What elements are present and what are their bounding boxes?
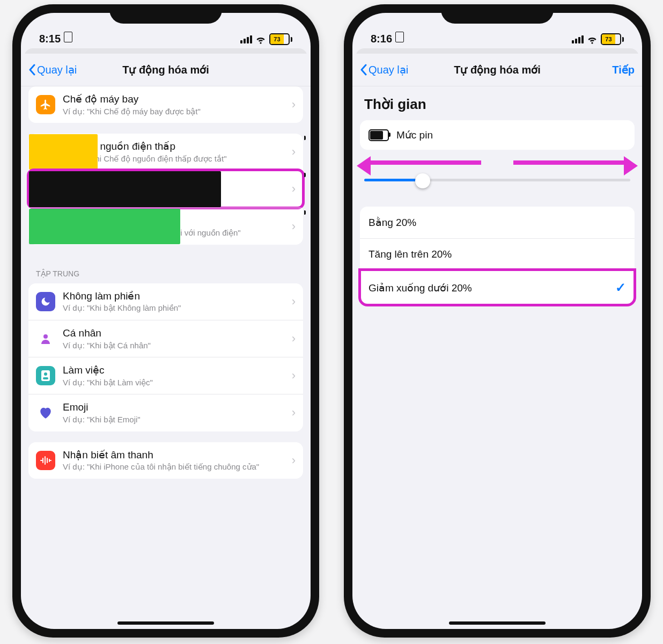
back-button[interactable]: Quay lại xyxy=(360,63,408,76)
option-label: Bằng 20% xyxy=(369,216,416,229)
row-charger[interactable]: Bộ sạcVí dụ: "Khi iPhone của tôi kết nối… xyxy=(28,208,303,245)
notch xyxy=(109,4,222,24)
arrow-right-icon xyxy=(513,160,630,165)
row-sound[interactable]: Nhận biết âm thanhVí dụ: "Khi iPhone của… xyxy=(28,442,303,479)
option-label: Giảm xuống dưới 20% xyxy=(369,282,472,294)
home-indicator[interactable] xyxy=(117,621,214,625)
slider-thumb[interactable] xyxy=(415,173,430,188)
airplane-icon xyxy=(36,95,55,114)
row-lowpower[interactable]: Chế độ nguồn điện thấpVí dụ: "Khi Chế độ… xyxy=(28,134,303,170)
notch xyxy=(441,4,554,24)
option-rises[interactable]: Tăng lên trên 20% xyxy=(360,238,635,270)
group-focus: Không làm phiềnVí dụ: "Khi bật Không làm… xyxy=(28,283,303,431)
soundwave-icon xyxy=(36,451,55,470)
battery-percent: 73 xyxy=(270,34,284,44)
option-equals[interactable]: Bằng 20% xyxy=(360,207,635,238)
svg-point-0 xyxy=(43,334,48,339)
chevron-right-icon: › xyxy=(289,219,296,233)
charger-icon xyxy=(36,217,55,236)
back-label: Quay lại xyxy=(37,63,77,76)
battery-slider[interactable] xyxy=(364,170,630,191)
row-sub: Ví dụ: "Khi Chế độ máy bay được bật" xyxy=(63,106,289,117)
next-button[interactable]: Tiếp xyxy=(612,63,635,76)
row-emoji[interactable]: EmojiVí dụ: "Khi bật Emoji" › xyxy=(28,394,303,431)
cellular-icon xyxy=(572,35,584,43)
screen-right: 8:16 73 Quay lại xyxy=(352,13,642,629)
chevron-right-icon: › xyxy=(289,406,296,420)
svg-point-2 xyxy=(44,372,47,376)
card-icon xyxy=(395,32,404,42)
phone-right: 8:16 73 Quay lại xyxy=(344,4,651,638)
battery-icon: 73 xyxy=(269,33,292,45)
back-button[interactable]: Quay lại xyxy=(28,63,77,76)
option-drops[interactable]: Giảm xuống dưới 20% ✓ xyxy=(360,270,635,305)
row-work[interactable]: Làm việcVí dụ: "Khi bật Làm việc" › xyxy=(28,357,303,394)
home-indicator[interactable] xyxy=(449,621,546,625)
lowpower-icon xyxy=(36,142,55,162)
svg-rect-3 xyxy=(43,377,48,379)
option-label: Tăng lên trên 20% xyxy=(369,248,452,260)
chevron-right-icon: › xyxy=(289,145,296,159)
back-label: Quay lại xyxy=(369,63,408,76)
card-icon xyxy=(64,32,72,42)
heading-when: Thời gian xyxy=(352,86,642,120)
checkmark-icon: ✓ xyxy=(615,280,626,295)
group-airplane: Chế độ máy bayVí dụ: "Khi Chế độ máy bay… xyxy=(28,86,303,123)
card-battery-level: Mức pin xyxy=(360,120,635,150)
row-personal[interactable]: Cá nhânVí dụ: "Khi bật Cá nhân" › xyxy=(28,320,303,357)
battery-percent: 73 xyxy=(602,34,615,44)
options-card: Bằng 20% Tăng lên trên 20% Giảm xuống dư… xyxy=(360,207,635,305)
chevron-right-icon: › xyxy=(289,369,296,383)
badge-icon xyxy=(36,366,55,385)
nav-title: Tự động hóa mới xyxy=(429,63,566,76)
moon-icon xyxy=(36,292,55,311)
chevron-right-icon: › xyxy=(289,332,296,346)
row-title: Chế độ máy bay xyxy=(63,93,289,106)
group-power: Chế độ nguồn điện thấpVí dụ: "Khi Chế độ… xyxy=(28,134,303,245)
wifi-icon xyxy=(255,34,266,45)
arrow-left-icon xyxy=(364,160,481,165)
battery-icon xyxy=(369,129,389,141)
chevron-right-icon: › xyxy=(289,98,296,112)
row-battery-level[interactable]: Mức pinVí dụ: "Khi mức pin tăng lên trên… xyxy=(28,170,303,207)
chevron-right-icon: › xyxy=(289,453,296,467)
phone-left: 8:15 73 Quay lại xyxy=(12,4,319,638)
person-icon xyxy=(36,329,55,348)
status-time: 8:16 xyxy=(371,33,392,45)
annotation-arrows xyxy=(364,160,630,165)
battery-row: Mức pin xyxy=(360,120,635,150)
heart-icon xyxy=(36,403,55,422)
nav-bar: Quay lại Tự động hóa mới Tiếp xyxy=(352,54,642,86)
screen-left: 8:15 73 Quay lại xyxy=(21,13,311,629)
group-sound: Nhận biết âm thanhVí dụ: "Khi iPhone của… xyxy=(28,442,303,479)
wifi-icon xyxy=(587,34,598,45)
nav-bar: Quay lại Tự động hóa mới xyxy=(21,54,311,86)
section-header-focus: TẬP TRUNG xyxy=(21,255,311,283)
status-time: 8:15 xyxy=(39,33,61,45)
battery-icon: 73 xyxy=(601,33,624,45)
chevron-right-icon: › xyxy=(289,182,296,196)
battery-icon xyxy=(36,179,55,199)
row-dnd[interactable]: Không làm phiềnVí dụ: "Khi bật Không làm… xyxy=(28,283,303,320)
nav-title: Tự động hóa mới xyxy=(97,63,234,76)
row-airplane[interactable]: Chế độ máy bayVí dụ: "Khi Chế độ máy bay… xyxy=(28,86,303,123)
chevron-right-icon: › xyxy=(289,295,296,309)
cellular-icon xyxy=(240,35,252,43)
battery-row-label: Mức pin xyxy=(396,129,433,141)
